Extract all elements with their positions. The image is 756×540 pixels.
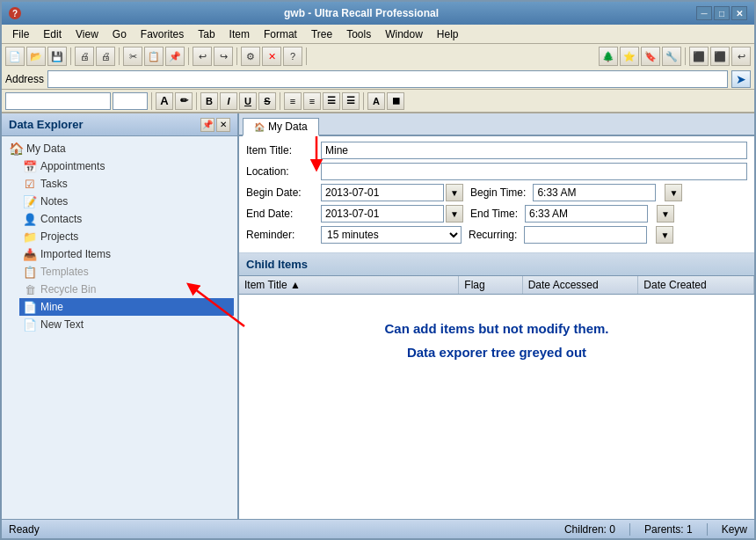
sidebar-pin-button[interactable]: 📌 <box>200 118 214 132</box>
tree-item-tasks[interactable]: ☑ Tasks <box>19 175 234 193</box>
begin-time-picker-btn[interactable]: ▼ <box>665 184 682 201</box>
begin-time-input[interactable] <box>533 184 656 201</box>
tree-item-projects[interactable]: 📁 Projects <box>19 228 234 245</box>
recurring-input[interactable] <box>524 226 647 244</box>
format-pencil-btn[interactable]: ✏ <box>175 92 193 110</box>
recurring-picker-btn[interactable]: ▼ <box>656 226 673 244</box>
tree-item-label: Imported Items <box>40 248 111 260</box>
delete-btn[interactable]: ✕ <box>262 47 281 66</box>
svg-line-1 <box>192 287 244 326</box>
tree-item-appointments[interactable]: 📅 Appointments <box>19 157 234 175</box>
save-btn[interactable]: 💾 <box>47 47 67 66</box>
menu-tree[interactable]: Tree <box>304 26 339 42</box>
template-icon: 📋 <box>23 265 37 279</box>
menu-favorites[interactable]: Favorites <box>134 26 191 42</box>
toolbar-sep-2 <box>119 47 120 65</box>
menu-tab[interactable]: Tab <box>191 26 222 42</box>
menu-go[interactable]: Go <box>105 26 134 42</box>
extra2-btn[interactable]: ⬛ <box>710 47 730 66</box>
statusbar: Ready Children: 0 Parents: 1 Keyw <box>2 519 754 538</box>
menu-help[interactable]: Help <box>430 26 466 42</box>
app-icon: ? <box>9 7 21 19</box>
print-btn[interactable]: 🖨 <box>75 47 94 66</box>
format-list2-btn[interactable]: ≡ <box>303 92 321 110</box>
star-btn[interactable]: ⭐ <box>620 47 639 66</box>
end-date-picker-btn[interactable]: ▼ <box>446 205 463 223</box>
redo-btn[interactable]: ↪ <box>214 47 233 66</box>
minimize-button[interactable]: ─ <box>696 6 712 20</box>
undo-btn[interactable]: ↩ <box>193 47 212 66</box>
new-btn[interactable]: 📄 <box>5 47 25 66</box>
extra1-btn[interactable]: ⬛ <box>689 47 709 66</box>
format-align1-btn[interactable]: ☰ <box>323 92 340 110</box>
col-flag[interactable]: Flag <box>459 276 522 294</box>
window-controls: ─ □ ✕ <box>696 6 747 20</box>
status-sep1 <box>629 523 630 536</box>
mine-icon: 📄 <box>23 300 37 314</box>
sidebar-close-button[interactable]: ✕ <box>216 118 230 132</box>
format-highlight-btn[interactable]: ◼ <box>387 92 404 110</box>
wrench-btn[interactable]: 🔧 <box>662 47 681 66</box>
menubar: File Edit View Go Favorites Tab Item For… <box>2 25 754 44</box>
tree-item-notes[interactable]: 📝 Notes <box>19 193 234 210</box>
format-italic-btn[interactable]: I <box>220 92 237 110</box>
begin-date-input[interactable] <box>321 184 444 201</box>
item-title-input[interactable] <box>321 142 747 159</box>
reminder-select[interactable]: 15 minutes <box>321 226 462 244</box>
child-items-section: Child Items Item Title ▲ Flag Date Acces… <box>239 253 754 519</box>
format-A-btn[interactable]: A <box>156 92 173 110</box>
font-name-input[interactable] <box>5 92 111 110</box>
bookmark-btn[interactable]: 🔖 <box>641 47 660 66</box>
menu-edit[interactable]: Edit <box>36 26 69 42</box>
help-btn[interactable]: ? <box>283 47 302 66</box>
end-time-group: End Time: ▼ <box>470 205 674 223</box>
menu-item[interactable]: Item <box>222 26 257 42</box>
menu-view[interactable]: View <box>69 26 105 42</box>
tree-item-label: My Data <box>26 142 66 155</box>
col-date-created[interactable]: Date Created <box>638 276 754 294</box>
format-align2-btn[interactable]: ☰ <box>342 92 360 110</box>
menu-file[interactable]: File <box>5 26 36 42</box>
status-parents: Parents: 1 <box>644 523 693 536</box>
copy-btn[interactable]: 📋 <box>144 47 164 66</box>
tree-btn[interactable]: 🌲 <box>599 47 618 66</box>
format-bold-btn[interactable]: B <box>200 92 218 110</box>
tree-item-my-data[interactable]: 🏠 My Data <box>5 140 234 157</box>
print2-btn[interactable]: 🖨 <box>96 47 115 66</box>
home-icon: 🏠 <box>9 142 23 156</box>
format-strikethrough-btn[interactable]: S <box>258 92 276 110</box>
cut-btn[interactable]: ✂ <box>123 47 142 66</box>
font-size-input[interactable] <box>113 92 148 110</box>
end-time-picker-btn[interactable]: ▼ <box>657 205 674 223</box>
menu-window[interactable]: Window <box>378 26 430 42</box>
menu-format[interactable]: Format <box>257 26 304 42</box>
format-color-btn[interactable]: A <box>367 92 385 110</box>
col-item-title[interactable]: Item Title ▲ <box>239 276 459 294</box>
paste-btn[interactable]: 📌 <box>165 47 185 66</box>
tree-item-label: Notes <box>40 195 68 208</box>
reminder-label: Reminder: <box>246 229 321 241</box>
back-btn[interactable]: ↩ <box>731 47 751 66</box>
format-underline-btn[interactable]: U <box>239 92 257 110</box>
format-list1-btn[interactable]: ≡ <box>284 92 302 110</box>
child-items-title: Child Items <box>246 258 308 271</box>
search-btn[interactable]: ⚙ <box>241 47 260 66</box>
tree-item-contacts[interactable]: 👤 Contacts <box>19 210 234 228</box>
menu-tools[interactable]: Tools <box>339 26 378 42</box>
contact-icon: 👤 <box>23 212 37 226</box>
toolbar-sep-6 <box>685 47 686 65</box>
location-input[interactable] <box>321 163 747 180</box>
end-time-input[interactable] <box>525 205 648 223</box>
toolbar-sep-3 <box>188 47 189 65</box>
open-btn[interactable]: 📂 <box>26 47 46 66</box>
col-date-accessed[interactable]: Date Accessed <box>523 276 639 294</box>
end-date-input[interactable] <box>321 205 444 223</box>
recurring-label: Recurring: <box>469 229 517 241</box>
sidebar-controls: 📌 ✕ <box>200 118 230 132</box>
tree-item-imported[interactable]: 📥 Imported Items <box>19 245 234 263</box>
address-input[interactable] <box>47 70 728 88</box>
close-button[interactable]: ✕ <box>731 6 747 20</box>
begin-date-picker-btn[interactable]: ▼ <box>446 184 463 201</box>
maximize-button[interactable]: □ <box>714 6 730 20</box>
address-go-button[interactable]: ➤ <box>731 70 751 88</box>
